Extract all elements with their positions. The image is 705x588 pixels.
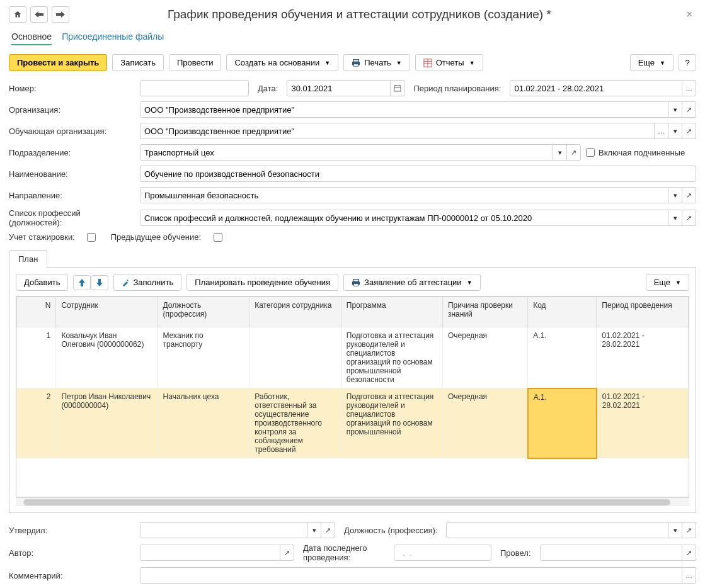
include-sub-checkbox-wrap[interactable]: Включая подчиненные — [586, 148, 685, 157]
approved-input[interactable] — [140, 522, 307, 538]
cell-employee: Ковальчук Иван Олегович (0000000062) — [56, 327, 158, 388]
org-dropdown-button[interactable]: ▾ — [668, 101, 682, 118]
internship-checkbox[interactable] — [87, 233, 96, 242]
last-date-input[interactable] — [394, 545, 491, 561]
dept-open-button[interactable]: ↗ — [567, 144, 581, 161]
back-button[interactable] — [30, 6, 48, 23]
name-label: Наименование: — [9, 169, 135, 179]
cell-reason: Очередная — [442, 388, 527, 458]
direction-dropdown-button[interactable]: ▾ — [668, 187, 682, 203]
cell-program: Подготовка и аттестация руководителей и … — [341, 327, 442, 388]
tab-attached-files[interactable]: Присоединенные файлы — [62, 31, 164, 45]
author-open-button[interactable]: ↗ — [280, 545, 294, 561]
table-row[interactable]: 1 Ковальчук Иван Олегович (0000000062) М… — [17, 327, 689, 388]
date-picker-button[interactable] — [391, 80, 404, 96]
fill-button[interactable]: Заполнить — [113, 274, 181, 291]
attestation-statement-button[interactable]: Заявление об аттестации▼ — [343, 274, 480, 291]
proflist-label: Список профессий (должностей): — [9, 208, 135, 227]
close-button[interactable]: × — [683, 9, 696, 20]
table-row[interactable]: 2 Петров Иван Николаевич (0000000004) На… — [17, 388, 689, 458]
plan-period-input[interactable] — [510, 80, 682, 96]
train-org-label: Обучающая организация: — [9, 127, 135, 136]
org-open-button[interactable]: ↗ — [682, 101, 696, 118]
direction-open-button[interactable]: ↗ — [682, 187, 696, 203]
col-category[interactable]: Категория сотрудника — [249, 297, 341, 327]
col-code[interactable]: Код — [528, 297, 597, 327]
col-employee[interactable]: Сотрудник — [56, 297, 158, 327]
more-button[interactable]: Еще▼ — [630, 54, 673, 71]
train-org-open-button[interactable]: ↗ — [682, 123, 696, 139]
print-label: Печать — [364, 58, 391, 67]
train-org-select-button[interactable]: … — [655, 123, 668, 139]
help-button[interactable]: ? — [679, 54, 696, 71]
write-button[interactable]: Записать — [112, 54, 164, 71]
proflist-input[interactable] — [140, 210, 668, 226]
direction-input[interactable] — [140, 187, 668, 203]
position-label: Должность (профессия): — [344, 526, 437, 535]
add-row-button[interactable]: Добавить — [16, 274, 68, 291]
conducted-input[interactable] — [540, 545, 682, 561]
col-reason[interactable]: Причина проверки знаний — [442, 297, 527, 327]
position-dropdown-button[interactable]: ▾ — [668, 522, 682, 538]
chevron-down-icon: ▼ — [467, 280, 473, 286]
arrow-down-icon — [96, 279, 103, 286]
proflist-open-button[interactable]: ↗ — [682, 210, 696, 226]
forward-button[interactable] — [52, 6, 69, 23]
comment-input[interactable] — [140, 567, 682, 584]
plan-period-select-button[interactable]: … — [682, 80, 696, 96]
dept-label: Подразделение: — [9, 148, 135, 157]
cell-n: 1 — [17, 327, 56, 388]
cell-employee: Петров Иван Николаевич (0000000004) — [56, 388, 158, 458]
comment-label: Комментарий: — [9, 571, 135, 580]
last-date-label: Дата последнего проведения: — [303, 543, 385, 562]
dept-dropdown-button[interactable]: ▾ — [553, 144, 567, 161]
position-open-button[interactable]: ↗ — [682, 522, 696, 538]
comment-select-button[interactable]: … — [682, 567, 696, 584]
approved-dropdown-button[interactable]: ▾ — [307, 522, 321, 538]
cell-code[interactable]: А.1. — [528, 388, 597, 458]
org-input[interactable] — [140, 101, 668, 118]
post-button[interactable]: Провести — [169, 54, 222, 71]
cell-category: Работник, ответственный за осуществление… — [249, 388, 341, 458]
col-program[interactable]: Программа — [341, 297, 442, 327]
more-label: Еще — [638, 58, 655, 67]
train-org-input[interactable] — [140, 123, 655, 139]
move-down-button[interactable] — [91, 275, 108, 290]
include-sub-label: Включая подчиненные — [599, 148, 685, 157]
col-period[interactable]: Период проведения — [597, 297, 689, 327]
fill-label: Заполнить — [133, 278, 173, 287]
org-label: Организация: — [9, 105, 135, 115]
grid-more-button[interactable]: Еще▼ — [646, 274, 689, 291]
author-input[interactable] — [140, 545, 280, 561]
train-org-dropdown-button[interactable]: ▾ — [668, 123, 682, 139]
approved-open-button[interactable]: ↗ — [321, 522, 335, 538]
name-input[interactable] — [140, 166, 696, 182]
move-up-button[interactable] — [73, 275, 91, 290]
include-sub-checkbox[interactable] — [586, 148, 595, 157]
tab-plan[interactable]: План — [9, 250, 47, 268]
scrollbar-thumb[interactable] — [23, 499, 670, 506]
prev-training-checkbox[interactable] — [214, 233, 222, 242]
proflist-dropdown-button[interactable]: ▾ — [668, 210, 682, 226]
arrow-left-icon — [35, 11, 43, 18]
reports-button[interactable]: Отчеты▼ — [415, 54, 483, 71]
chevron-down-icon: ▼ — [675, 280, 681, 286]
col-position[interactable]: Должность (профессия) — [158, 297, 249, 327]
home-button[interactable] — [9, 6, 26, 23]
conducted-open-button[interactable]: ↗ — [682, 545, 696, 561]
col-n[interactable]: N — [17, 297, 56, 327]
plan-training-button[interactable]: Планировать проведение обучения — [186, 274, 338, 291]
post-and-close-button[interactable]: Провести и закрыть — [9, 54, 107, 71]
grid-area[interactable]: N Сотрудник Должность (профессия) Катего… — [16, 296, 689, 497]
tab-main[interactable]: Основное — [11, 31, 52, 45]
position-input[interactable] — [446, 522, 668, 538]
number-input[interactable] — [140, 80, 249, 96]
internship-label: Учет стажировки: — [9, 232, 75, 242]
horizontal-scrollbar[interactable] — [16, 497, 689, 506]
date-label: Дата: — [258, 84, 278, 93]
dept-input[interactable] — [140, 144, 553, 161]
print-button[interactable]: Печать▼ — [343, 54, 410, 71]
svg-rect-2 — [354, 64, 358, 66]
create-based-button[interactable]: Создать на основании▼ — [226, 54, 338, 71]
date-input[interactable] — [287, 80, 391, 96]
